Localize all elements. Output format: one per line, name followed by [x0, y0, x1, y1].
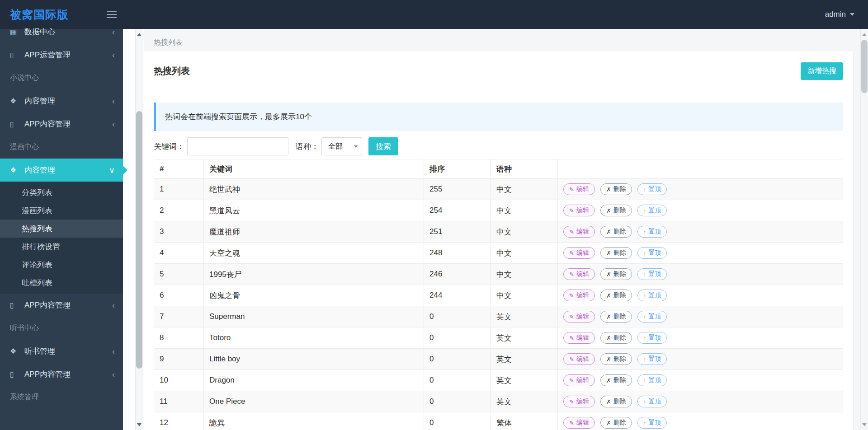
sidebar-item[interactable]: ▯APP内容管理‹: [0, 294, 123, 317]
action-label: 编辑: [576, 419, 589, 427]
arrow-up-icon: ↑: [643, 399, 646, 405]
menu-toggle-icon[interactable]: [107, 11, 117, 18]
sidebar-section: 小说中心: [0, 66, 123, 89]
edit-button[interactable]: ✎编辑: [563, 290, 595, 301]
delete-button[interactable]: ✗删除: [600, 226, 632, 238]
row-order: 0: [424, 391, 491, 412]
set-top-button[interactable]: ↑置顶: [637, 396, 667, 407]
sidebar-scrollbar-thumb[interactable]: [136, 111, 142, 369]
sidebar-subitem[interactable]: 漫画列表: [0, 201, 123, 220]
edit-button[interactable]: ✎编辑: [563, 332, 595, 344]
edit-button[interactable]: ✎编辑: [563, 247, 595, 259]
edit-button[interactable]: ✎编辑: [563, 396, 595, 407]
set-top-button[interactable]: ↑置顶: [637, 205, 667, 216]
edit-button[interactable]: ✎编辑: [563, 353, 595, 365]
trash-icon: ✗: [606, 187, 611, 192]
row-actions: ✎编辑✗删除↑置顶: [558, 179, 843, 200]
scroll-down-icon[interactable]: [861, 421, 868, 429]
set-top-button[interactable]: ↑置顶: [637, 226, 667, 238]
row-index: 7: [154, 306, 204, 327]
page-scrollbar[interactable]: [860, 29, 868, 430]
delete-button[interactable]: ✗删除: [600, 183, 632, 195]
row-index: 6: [154, 285, 204, 306]
edit-icon: ✎: [569, 208, 574, 214]
scroll-down-icon[interactable]: [136, 421, 143, 429]
page-scrollbar-thumb[interactable]: [861, 40, 868, 93]
language-select[interactable]: 全部: [321, 137, 362, 155]
keyword-input[interactable]: [187, 137, 288, 155]
delete-button[interactable]: ✗删除: [600, 353, 632, 365]
edit-button[interactable]: ✎编辑: [563, 183, 595, 195]
add-hot-search-button[interactable]: 新增热搜: [801, 62, 843, 80]
row-language: 中文: [491, 243, 558, 264]
scroll-up-icon[interactable]: [861, 30, 868, 38]
edit-button[interactable]: ✎编辑: [563, 205, 595, 216]
row-keyword: 1995丧尸: [204, 264, 424, 285]
delete-button[interactable]: ✗删除: [600, 396, 632, 407]
edit-button[interactable]: ✎编辑: [563, 226, 595, 238]
col-index: #: [154, 159, 204, 179]
breadcrumb: 热搜列表: [144, 29, 860, 51]
scroll-up-icon[interactable]: [136, 30, 143, 38]
row-order: 246: [424, 264, 491, 285]
action-label: 删除: [613, 185, 626, 193]
user-menu[interactable]: admin: [825, 10, 868, 19]
sidebar-item[interactable]: ▯APP内容管理‹: [0, 363, 123, 386]
filter-bar: 关键词： 语种： 全部 搜索: [154, 137, 843, 155]
brand-title: 被窝国际版: [10, 7, 69, 22]
set-top-button[interactable]: ↑置顶: [637, 247, 667, 259]
action-label: 编辑: [576, 291, 589, 299]
sidebar-item[interactable]: ❖内容管理∨: [0, 159, 123, 182]
delete-button[interactable]: ✗删除: [600, 417, 632, 429]
row-keyword: 黑道风云: [204, 200, 424, 221]
set-top-button[interactable]: ↑置顶: [637, 353, 667, 365]
delete-button[interactable]: ✗删除: [600, 268, 632, 280]
search-button[interactable]: 搜索: [368, 137, 398, 155]
set-top-button[interactable]: ↑置顶: [637, 290, 667, 301]
sidebar-item[interactable]: ❖内容管理‹: [0, 89, 123, 112]
mobile-icon: ▯: [10, 51, 24, 59]
delete-button[interactable]: ✗删除: [600, 311, 632, 322]
row-index: 3: [154, 221, 204, 243]
mobile-icon: ▯: [10, 301, 24, 309]
table-row: 7Superman0英文✎编辑✗删除↑置顶: [154, 306, 843, 327]
sidebar-subitem[interactable]: 热搜列表: [0, 220, 123, 238]
delete-button[interactable]: ✗删除: [600, 374, 632, 386]
edit-button[interactable]: ✎编辑: [563, 417, 595, 429]
sidebar-item[interactable]: ▦数据中心‹: [0, 20, 123, 43]
action-label: 置顶: [648, 206, 661, 215]
edit-icon: ✎: [569, 293, 574, 299]
sidebar-item[interactable]: ❖听书管理‹: [0, 340, 123, 363]
set-top-button[interactable]: ↑置顶: [637, 374, 667, 386]
sidebar-item[interactable]: ▯APP内容管理‹: [0, 112, 123, 136]
row-keyword: 凶鬼之骨: [204, 285, 424, 306]
chevron-left-icon: ‹: [112, 301, 115, 309]
delete-button[interactable]: ✗删除: [600, 290, 632, 301]
set-top-button[interactable]: ↑置顶: [637, 417, 667, 429]
sidebar-subitem[interactable]: 吐槽列表: [0, 274, 123, 292]
chevron-left-icon: ‹: [112, 347, 115, 355]
action-label: 删除: [613, 270, 626, 278]
sidebar-subitem[interactable]: 分类列表: [0, 183, 123, 201]
set-top-button[interactable]: ↑置顶: [637, 332, 667, 344]
sidebar-section-label: 系统管理: [10, 393, 39, 402]
sidebar-subitem-label: 评论列表: [22, 260, 52, 270]
set-top-button[interactable]: ↑置顶: [637, 183, 667, 195]
sidebar-subitem[interactable]: 评论列表: [0, 256, 123, 274]
set-top-button[interactable]: ↑置顶: [637, 311, 667, 322]
edit-button[interactable]: ✎编辑: [563, 374, 595, 386]
sidebar-item[interactable]: ▯APP运营管理‹: [0, 43, 123, 66]
row-language: 中文: [491, 221, 558, 243]
sidebar-subitem[interactable]: 排行榜设置: [0, 238, 123, 256]
arrow-up-icon: ↑: [643, 208, 646, 214]
mobile-icon: ▯: [10, 370, 24, 379]
set-top-button[interactable]: ↑置顶: [637, 268, 667, 280]
edit-button[interactable]: ✎编辑: [563, 311, 595, 322]
delete-button[interactable]: ✗删除: [600, 332, 632, 344]
edit-button[interactable]: ✎编辑: [563, 268, 595, 280]
sidebar-scrollbar[interactable]: [135, 29, 143, 430]
delete-button[interactable]: ✗删除: [600, 205, 632, 216]
trash-icon: ✗: [606, 335, 611, 341]
delete-button[interactable]: ✗删除: [600, 247, 632, 259]
trash-icon: ✗: [606, 208, 611, 214]
